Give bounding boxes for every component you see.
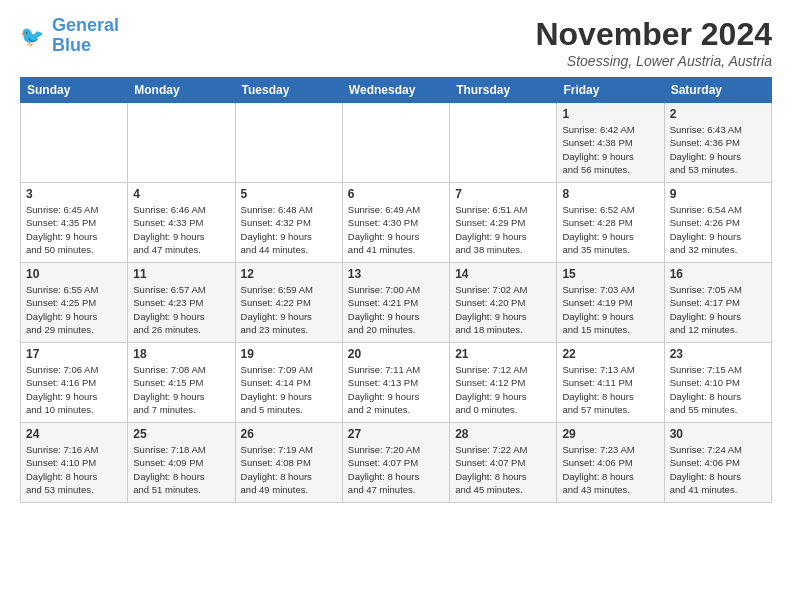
day-number: 12 [241,267,337,281]
day-info: Sunrise: 7:08 AM Sunset: 4:15 PM Dayligh… [133,363,229,416]
calendar-cell: 9Sunrise: 6:54 AM Sunset: 4:26 PM Daylig… [664,183,771,263]
day-info: Sunrise: 7:12 AM Sunset: 4:12 PM Dayligh… [455,363,551,416]
day-number: 22 [562,347,658,361]
calendar-cell: 26Sunrise: 7:19 AM Sunset: 4:08 PM Dayli… [235,423,342,503]
calendar-cell: 16Sunrise: 7:05 AM Sunset: 4:17 PM Dayli… [664,263,771,343]
day-number: 21 [455,347,551,361]
calendar-cell: 25Sunrise: 7:18 AM Sunset: 4:09 PM Dayli… [128,423,235,503]
day-info: Sunrise: 6:59 AM Sunset: 4:22 PM Dayligh… [241,283,337,336]
calendar-week-1: 1Sunrise: 6:42 AM Sunset: 4:38 PM Daylig… [21,103,772,183]
logo-line2: Blue [52,36,119,56]
header-area: 🐦 General Blue November 2024 Stoessing, … [20,16,772,69]
calendar-cell: 7Sunrise: 6:51 AM Sunset: 4:29 PM Daylig… [450,183,557,263]
logo-icon: 🐦 [20,22,48,50]
day-number: 26 [241,427,337,441]
calendar-cell: 22Sunrise: 7:13 AM Sunset: 4:11 PM Dayli… [557,343,664,423]
day-info: Sunrise: 7:00 AM Sunset: 4:21 PM Dayligh… [348,283,444,336]
calendar-cell: 6Sunrise: 6:49 AM Sunset: 4:30 PM Daylig… [342,183,449,263]
logo-text: General Blue [52,16,119,56]
day-info: Sunrise: 6:45 AM Sunset: 4:35 PM Dayligh… [26,203,122,256]
calendar-cell: 24Sunrise: 7:16 AM Sunset: 4:10 PM Dayli… [21,423,128,503]
day-number: 4 [133,187,229,201]
day-info: Sunrise: 7:05 AM Sunset: 4:17 PM Dayligh… [670,283,766,336]
day-info: Sunrise: 6:49 AM Sunset: 4:30 PM Dayligh… [348,203,444,256]
day-number: 2 [670,107,766,121]
day-info: Sunrise: 7:19 AM Sunset: 4:08 PM Dayligh… [241,443,337,496]
day-number: 9 [670,187,766,201]
calendar-cell: 10Sunrise: 6:55 AM Sunset: 4:25 PM Dayli… [21,263,128,343]
day-info: Sunrise: 7:20 AM Sunset: 4:07 PM Dayligh… [348,443,444,496]
calendar-header-tuesday: Tuesday [235,78,342,103]
day-number: 11 [133,267,229,281]
calendar-cell: 4Sunrise: 6:46 AM Sunset: 4:33 PM Daylig… [128,183,235,263]
calendar-header-sunday: Sunday [21,78,128,103]
day-number: 7 [455,187,551,201]
calendar-cell [235,103,342,183]
calendar-cell: 1Sunrise: 6:42 AM Sunset: 4:38 PM Daylig… [557,103,664,183]
day-number: 8 [562,187,658,201]
calendar-cell: 20Sunrise: 7:11 AM Sunset: 4:13 PM Dayli… [342,343,449,423]
page: 🐦 General Blue November 2024 Stoessing, … [0,0,792,513]
day-number: 16 [670,267,766,281]
day-number: 19 [241,347,337,361]
calendar-cell: 5Sunrise: 6:48 AM Sunset: 4:32 PM Daylig… [235,183,342,263]
day-number: 29 [562,427,658,441]
calendar-week-2: 3Sunrise: 6:45 AM Sunset: 4:35 PM Daylig… [21,183,772,263]
day-info: Sunrise: 7:03 AM Sunset: 4:19 PM Dayligh… [562,283,658,336]
day-number: 15 [562,267,658,281]
day-info: Sunrise: 6:57 AM Sunset: 4:23 PM Dayligh… [133,283,229,336]
day-info: Sunrise: 6:46 AM Sunset: 4:33 PM Dayligh… [133,203,229,256]
calendar-cell: 2Sunrise: 6:43 AM Sunset: 4:36 PM Daylig… [664,103,771,183]
logo-line1: General [52,15,119,35]
day-info: Sunrise: 6:51 AM Sunset: 4:29 PM Dayligh… [455,203,551,256]
day-number: 18 [133,347,229,361]
calendar-cell: 11Sunrise: 6:57 AM Sunset: 4:23 PM Dayli… [128,263,235,343]
calendar-cell: 28Sunrise: 7:22 AM Sunset: 4:07 PM Dayli… [450,423,557,503]
calendar-cell [128,103,235,183]
calendar-cell: 21Sunrise: 7:12 AM Sunset: 4:12 PM Dayli… [450,343,557,423]
svg-text:🐦: 🐦 [20,24,45,48]
day-info: Sunrise: 7:15 AM Sunset: 4:10 PM Dayligh… [670,363,766,416]
calendar-cell: 29Sunrise: 7:23 AM Sunset: 4:06 PM Dayli… [557,423,664,503]
day-info: Sunrise: 7:22 AM Sunset: 4:07 PM Dayligh… [455,443,551,496]
day-number: 3 [26,187,122,201]
location: Stoessing, Lower Austria, Austria [535,53,772,69]
calendar-cell: 30Sunrise: 7:24 AM Sunset: 4:06 PM Dayli… [664,423,771,503]
calendar-week-5: 24Sunrise: 7:16 AM Sunset: 4:10 PM Dayli… [21,423,772,503]
calendar-body: 1Sunrise: 6:42 AM Sunset: 4:38 PM Daylig… [21,103,772,503]
day-info: Sunrise: 6:54 AM Sunset: 4:26 PM Dayligh… [670,203,766,256]
calendar-header-thursday: Thursday [450,78,557,103]
day-info: Sunrise: 7:02 AM Sunset: 4:20 PM Dayligh… [455,283,551,336]
calendar-cell: 17Sunrise: 7:06 AM Sunset: 4:16 PM Dayli… [21,343,128,423]
day-info: Sunrise: 7:13 AM Sunset: 4:11 PM Dayligh… [562,363,658,416]
day-number: 1 [562,107,658,121]
calendar-cell: 3Sunrise: 6:45 AM Sunset: 4:35 PM Daylig… [21,183,128,263]
day-number: 20 [348,347,444,361]
day-info: Sunrise: 7:06 AM Sunset: 4:16 PM Dayligh… [26,363,122,416]
day-number: 14 [455,267,551,281]
month-title: November 2024 [535,16,772,53]
calendar-header-saturday: Saturday [664,78,771,103]
calendar-cell: 18Sunrise: 7:08 AM Sunset: 4:15 PM Dayli… [128,343,235,423]
day-info: Sunrise: 6:48 AM Sunset: 4:32 PM Dayligh… [241,203,337,256]
calendar-header-row: SundayMondayTuesdayWednesdayThursdayFrid… [21,78,772,103]
calendar-table: SundayMondayTuesdayWednesdayThursdayFrid… [20,77,772,503]
day-info: Sunrise: 6:55 AM Sunset: 4:25 PM Dayligh… [26,283,122,336]
day-info: Sunrise: 6:43 AM Sunset: 4:36 PM Dayligh… [670,123,766,176]
day-number: 10 [26,267,122,281]
title-area: November 2024 Stoessing, Lower Austria, … [535,16,772,69]
day-number: 5 [241,187,337,201]
day-number: 28 [455,427,551,441]
day-number: 30 [670,427,766,441]
day-number: 24 [26,427,122,441]
calendar-cell: 13Sunrise: 7:00 AM Sunset: 4:21 PM Dayli… [342,263,449,343]
day-number: 13 [348,267,444,281]
calendar-cell: 8Sunrise: 6:52 AM Sunset: 4:28 PM Daylig… [557,183,664,263]
day-info: Sunrise: 6:42 AM Sunset: 4:38 PM Dayligh… [562,123,658,176]
day-info: Sunrise: 7:23 AM Sunset: 4:06 PM Dayligh… [562,443,658,496]
day-number: 23 [670,347,766,361]
day-number: 27 [348,427,444,441]
calendar-cell: 27Sunrise: 7:20 AM Sunset: 4:07 PM Dayli… [342,423,449,503]
calendar-header-friday: Friday [557,78,664,103]
calendar-week-3: 10Sunrise: 6:55 AM Sunset: 4:25 PM Dayli… [21,263,772,343]
